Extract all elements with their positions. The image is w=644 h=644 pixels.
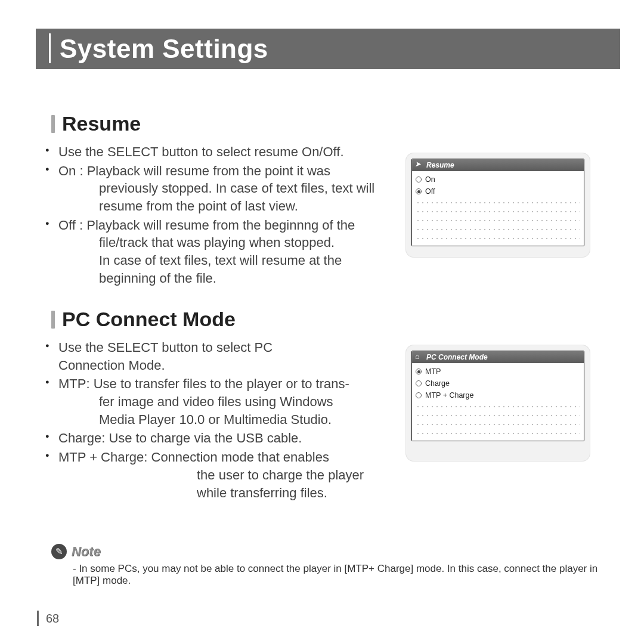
option-row: Charge: [416, 377, 580, 389]
screenshot-body: MTP Charge MTP + Charge: [412, 363, 584, 441]
option-label: MTP: [425, 366, 441, 377]
bullet-item: Use the SELECT button to select resume O…: [45, 143, 379, 161]
screenshot-header: Resume: [412, 159, 584, 171]
page-number: 68: [37, 611, 59, 626]
option-row: On: [416, 174, 580, 185]
pcmode-screenshot: PC Connect Mode MTP Charge MTP + Charge: [405, 345, 590, 462]
bullet-text: Media Player 10.0 or Multimedia Studio.: [99, 411, 379, 429]
bullet-item: MTP + Charge: Connection mode that enabl…: [45, 448, 379, 501]
screenshot-body: On Off: [412, 171, 584, 246]
bullet-text: MTP + Charge: Connection mode that enabl…: [58, 450, 329, 465]
bullet-text: Use the SELECT button to select resume O…: [58, 144, 344, 159]
bullet-text: MTP: Use to transfer files to the player…: [58, 376, 349, 391]
dotted-line: [416, 217, 580, 224]
dotted-line: [416, 430, 580, 437]
heading-text: PC Connect Mode: [62, 308, 236, 331]
option-row: Off: [416, 185, 580, 197]
dotted-line: [416, 208, 580, 215]
screenshot-inner: PC Connect Mode MTP Charge MTP + Charge: [411, 351, 584, 441]
bullet-text: Off : Playback will resume from the begi…: [58, 218, 355, 233]
bullet-text: file/track that was playing when stopped…: [99, 234, 379, 252]
bullet-item: Use the SELECT button to select PC Conne…: [45, 339, 379, 374]
pcmode-bullets: Use the SELECT button to select PC Conne…: [45, 339, 379, 503]
dotted-line: [416, 235, 580, 242]
radio-icon: [416, 392, 422, 398]
bullet-item: Charge: Use to charge via the USB cable.: [45, 429, 379, 447]
note-text: - In some PCs, you may not be able to co…: [73, 563, 608, 587]
option-label: MTP + Charge: [425, 389, 473, 401]
option-label: Charge: [425, 377, 450, 389]
house-icon: [416, 354, 423, 361]
bullet-text: resume from the point of last view.: [99, 197, 379, 215]
bullet-text: Charge: Use to charge via the USB cable.: [58, 431, 302, 445]
section-pcmode-heading: PC Connect Mode: [51, 308, 236, 331]
resume-screenshot: Resume On Off: [405, 153, 590, 258]
page-title: System Settings: [60, 29, 268, 69]
bullet-text: while transferring files.: [197, 484, 379, 502]
bullet-text: fer image and video files using Windows: [99, 393, 379, 411]
pgnum-text: 68: [46, 612, 59, 626]
note-block: ✎ Note - In some PCs, you may not be abl…: [51, 544, 608, 587]
heading-bar: [51, 311, 55, 329]
bullet-text: Use the SELECT button to select PC: [58, 340, 273, 355]
screenshot-header: PC Connect Mode: [412, 351, 584, 363]
dotted-line: [416, 412, 580, 419]
radio-selected-icon: [416, 188, 422, 194]
dotted-line: [416, 226, 580, 233]
bullet-item: MTP: Use to transfer files to the player…: [45, 375, 379, 428]
radio-selected-icon: [416, 369, 422, 374]
option-row: MTP + Charge: [416, 389, 580, 401]
bullet-item: On : Playback will resume from the point…: [45, 162, 379, 215]
radio-icon: [416, 177, 422, 182]
dotted-line: [416, 421, 580, 428]
screenshot-inner: Resume On Off: [411, 159, 584, 246]
radio-icon: [416, 380, 422, 386]
bullet-text: the user to charge the player: [197, 466, 379, 484]
bullet-item: Off : Playback will resume from the begi…: [45, 216, 379, 287]
bullet-text: previously stopped. In case of text file…: [99, 179, 379, 197]
bullet-text: Connection Mode.: [58, 357, 379, 374]
pencil-icon: ✎: [51, 544, 67, 559]
bullet-text: beginning of the file.: [99, 270, 379, 287]
screenshot-title: PC Connect Mode: [426, 353, 488, 361]
dotted-line: [416, 199, 580, 206]
bullet-text: In case of text files, text will resume …: [99, 252, 379, 270]
pgnum-bar: [37, 611, 39, 626]
note-header: ✎ Note: [51, 544, 608, 559]
heading-text: Resume: [62, 112, 141, 135]
screenshot-title: Resume: [426, 161, 454, 169]
resume-bullets: Use the SELECT button to select resume O…: [45, 143, 379, 289]
section-resume-heading: Resume: [51, 112, 141, 135]
arrow-icon: [416, 162, 423, 169]
bullet-text: On : Playback will resume from the point…: [58, 163, 330, 178]
dotted-line: [416, 403, 580, 410]
option-label: Off: [425, 185, 435, 197]
option-row: MTP: [416, 366, 580, 377]
note-label: Note: [72, 544, 101, 559]
heading-bar: [51, 115, 55, 133]
banner-rule: [49, 33, 51, 63]
option-label: On: [425, 174, 435, 185]
manual-page: System Settings Resume Use the SELECT bu…: [0, 0, 644, 644]
